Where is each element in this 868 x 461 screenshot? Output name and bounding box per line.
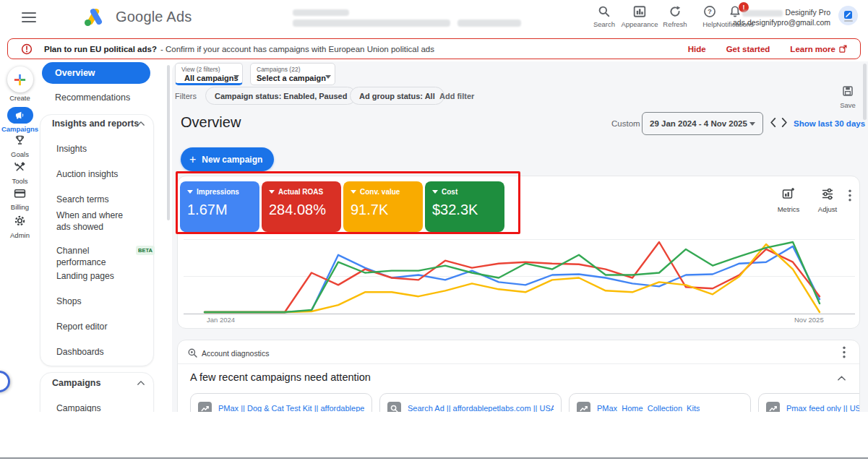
rail-item-tools[interactable]: Tools [0, 161, 40, 185]
chevron-up-icon[interactable] [137, 380, 145, 386]
redacted-account-text [293, 20, 450, 27]
rail-item-campaigns[interactable]: Campaigns [0, 107, 40, 133]
search-button[interactable]: Search [588, 5, 620, 31]
avatar-caption-blur [844, 20, 853, 22]
filters-label: Filters [175, 92, 197, 100]
campaign-select-caption: Campaigns (22) [257, 66, 329, 73]
sidebar-item-insights[interactable]: Insights [56, 143, 137, 155]
metrics-label: Metrics [773, 205, 804, 213]
save-label: Save [833, 101, 863, 109]
redacted-phone-number [742, 10, 783, 17]
diagnostics-kebab-menu-icon[interactable] [843, 346, 846, 358]
campaign-select-dropdown[interactable]: Campaigns (22) Select a campaign [250, 63, 335, 85]
app-viewport: Google Ads Search Appearance Refresh ? H… [0, 0, 868, 412]
scorecard-actual-roas[interactable]: Actual ROAS 284.08% [262, 181, 341, 232]
previous-period-chevron-icon[interactable] [769, 117, 777, 128]
rail-label: Admin [0, 231, 40, 239]
refresh-button[interactable]: Refresh [659, 5, 691, 31]
new-campaign-button[interactable]: + New campaign [181, 147, 274, 171]
scorecard-value: $32.3K [432, 202, 497, 218]
campaign-attention-card[interactable]: PMax_Home_Collection_Kits [569, 393, 751, 412]
next-period-chevron-icon[interactable] [781, 117, 788, 128]
sidebar-item-campaigns[interactable]: Campaigns [56, 402, 137, 412]
add-filter-button[interactable]: Add filter [439, 92, 474, 100]
show-last-30-days-link[interactable]: Show last 30 days [794, 119, 865, 128]
sidebar-item-auction-insights[interactable]: Auction insights [56, 168, 137, 180]
rail-item-billing[interactable]: Billing [0, 188, 40, 211]
scorecard-label: Impressions [197, 188, 239, 196]
dropdown-arrow-icon [432, 190, 438, 194]
dropdown-arrow-icon [269, 190, 275, 194]
banner-learn-more-link[interactable]: Learn more [790, 45, 835, 53]
chevron-up-icon[interactable] [137, 121, 145, 126]
dropdown-arrow-icon [187, 190, 193, 194]
search-icon [598, 5, 611, 18]
appearance-button[interactable]: Appearance [618, 5, 661, 31]
sidebar-group-header-campaigns[interactable]: Campaigns [52, 378, 100, 388]
collapse-chevron-icon[interactable] [837, 375, 846, 382]
sidebar-item-landing-pages[interactable]: Landing pages [56, 270, 137, 282]
sidebar-item-overview[interactable]: Overview [42, 62, 150, 84]
banner-hide-link[interactable]: Hide [688, 45, 706, 53]
new-campaign-label: New campaign [202, 155, 262, 165]
sidebar-item-when-and-where[interactable]: When and where ads showed [56, 210, 137, 233]
goals-trophy-icon [14, 134, 26, 146]
diagnostics-icon [187, 348, 198, 358]
admin-gear-icon [14, 215, 26, 227]
filter-chip-campaign-status[interactable]: Campaign status: Enabled, Paused [205, 87, 356, 105]
sidebar-item-search-terms[interactable]: Search terms [56, 194, 137, 205]
campaign-select-value: Select a campaign [257, 74, 326, 82]
scorecard-impressions[interactable]: Impressions 1.67M [180, 181, 259, 232]
floating-help-button[interactable] [0, 371, 10, 392]
billing-card-icon [14, 188, 26, 199]
scorecard-value: 91.7K [351, 202, 416, 218]
banner-title: Plan to run EU political ads? [44, 45, 157, 53]
metrics-button[interactable]: Metrics [773, 187, 804, 213]
scorecard-conv-value[interactable]: Conv. value 91.7K [343, 181, 423, 232]
chart-kebab-menu-icon[interactable] [848, 189, 851, 202]
campaign-card-label: Pmax feed only || USA [786, 404, 860, 412]
sidebar-item-recommendations[interactable]: Recommendations [55, 92, 130, 103]
sidebar-item-channel-performance[interactable]: Channel performance [56, 245, 136, 268]
diagnostics-title: Account diagnostics [202, 349, 269, 358]
brand-title[interactable]: Google Ads [116, 9, 192, 25]
banner-message: - Confirm if your account has campaigns … [160, 45, 434, 53]
campaign-attention-card[interactable]: Search Ad || affordablepetlabs.com || US… [379, 393, 562, 412]
adjust-button[interactable]: Adjust [812, 187, 843, 213]
x-axis-baseline [184, 314, 855, 314]
dropdown-arrow-icon [325, 75, 331, 79]
adjust-sliders-icon [821, 187, 834, 200]
filter-chip-ad-group-status[interactable]: Ad group status: All [350, 87, 444, 105]
refresh-icon [669, 5, 682, 18]
account-info[interactable]: Designify Pro ads.designifypro@gmail.com [733, 7, 830, 27]
action-label: Search [593, 20, 615, 28]
metrics-icon [782, 187, 795, 200]
rail-label: Tools [0, 177, 40, 185]
rail-item-goals[interactable]: Goals [0, 134, 40, 158]
scorecard-cost[interactable]: Cost $32.3K [425, 181, 504, 232]
sidebar-item-report-editor[interactable]: Report editor [56, 321, 137, 332]
page-title: Overview [181, 114, 241, 131]
save-button[interactable]: Save [833, 85, 863, 109]
view-filter-caption: View (2 filters) [181, 66, 236, 73]
rail-item-admin[interactable]: Admin [0, 215, 40, 239]
avatar[interactable] [838, 6, 858, 25]
rail-label: Campaigns [0, 125, 40, 133]
performance-chart-icon [577, 402, 590, 413]
main-scrollbar[interactable] [863, 64, 867, 120]
view-filter-dropdown[interactable]: View (2 filters) All campaigns [175, 63, 243, 85]
campaign-attention-card[interactable]: Pmax feed only || USA [758, 393, 860, 412]
sidebar-item-dashboards[interactable]: Dashboards [56, 346, 137, 358]
sidebar-scrollbar[interactable] [167, 65, 170, 220]
rail-item-create[interactable]: Create [0, 66, 40, 102]
sidebar-group-header-insights[interactable]: Insights and reports [52, 119, 139, 129]
overview-chart [203, 238, 821, 314]
campaigns-megaphone-icon [7, 107, 33, 124]
sidebar-item-shops[interactable]: Shops [56, 296, 137, 307]
hamburger-menu-icon[interactable] [22, 12, 36, 22]
campaign-attention-card[interactable]: PMax || Dog & Cat Test Kit || affordable… [190, 393, 372, 412]
google-ads-logo-icon[interactable] [82, 7, 106, 27]
alert-icon [21, 43, 33, 55]
banner-get-started-link[interactable]: Get started [726, 45, 770, 53]
date-range-dropdown[interactable]: 29 Jan 2024 - 4 Nov 2025 [642, 112, 763, 135]
